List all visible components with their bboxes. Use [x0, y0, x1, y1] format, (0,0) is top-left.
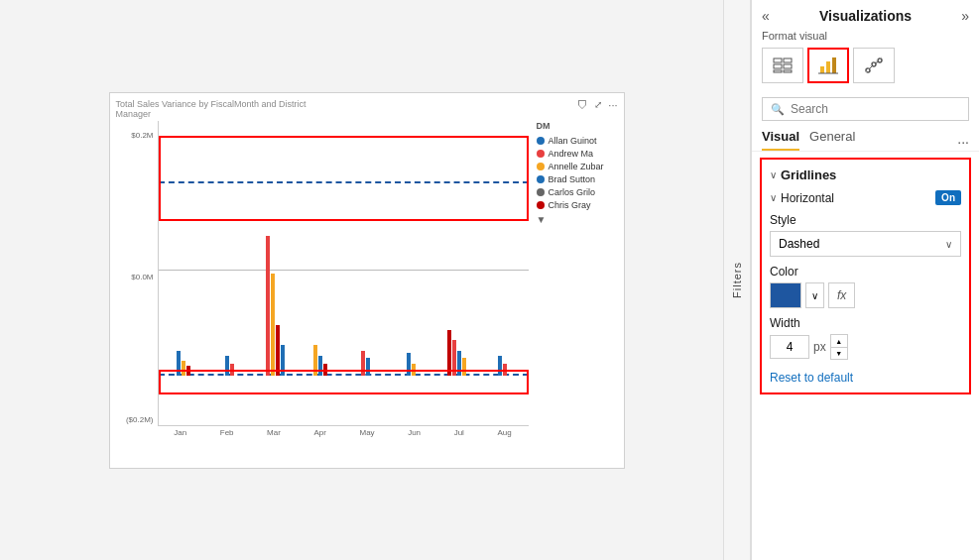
style-label: Style	[770, 213, 961, 227]
visualizations-panel: « Visualizations » Format visual	[751, 0, 979, 560]
y-label-mid: $0.0M	[116, 273, 154, 281]
color-prop: Color ∨ fx	[770, 265, 961, 308]
style-value: Dashed	[779, 237, 819, 251]
dropdown-chevron-icon: ∨	[945, 239, 952, 250]
svg-rect-1	[784, 58, 792, 62]
width-prop: Width px ▲ ▼	[770, 316, 961, 360]
section-header: ∨ Gridlines	[770, 168, 961, 182]
collapse-left-icon[interactable]: «	[762, 8, 770, 24]
svg-rect-0	[774, 58, 782, 62]
toggle-on[interactable]: On	[935, 190, 961, 205]
svg-rect-3	[784, 64, 792, 68]
width-stepper[interactable]: ▲ ▼	[830, 334, 848, 360]
width-unit: px	[813, 340, 826, 354]
y-label-top: $0.2M	[116, 131, 154, 140]
x-label: Feb	[220, 428, 234, 444]
svg-rect-7	[826, 61, 830, 73]
svg-rect-6	[820, 66, 824, 73]
filter-icon[interactable]: ⛉	[577, 99, 588, 111]
bar-chart-format-button[interactable]	[807, 48, 849, 83]
x-label: May	[359, 428, 374, 444]
tabs-more-button[interactable]: ...	[957, 131, 969, 150]
legend-item: Annelle Zubar	[537, 162, 618, 171]
svg-rect-4	[774, 70, 782, 72]
reset-to-default-link[interactable]: Reset to default	[770, 371, 853, 385]
horizontal-title: Horizontal	[781, 191, 834, 205]
panel-title: Visualizations	[770, 8, 961, 24]
expand-right-icon[interactable]: »	[961, 8, 969, 24]
filters-label: Filters	[731, 262, 743, 298]
legend-item: Brad Sutton	[537, 174, 618, 184]
gridlines-title: Gridlines	[781, 168, 836, 182]
y-axis: $0.2M $0.0M ($0.2M)	[116, 121, 158, 444]
gridlines-section: ∨ Gridlines ∨ Horizontal On Style	[760, 158, 971, 394]
chevron-down-icon: ∨	[770, 169, 777, 180]
color-dropdown[interactable]: ∨	[805, 282, 824, 308]
filters-sidebar: Filters	[723, 0, 751, 560]
tab-general[interactable]: General	[809, 129, 855, 151]
horizontal-chevron-icon: ∨	[770, 192, 777, 203]
color-label: Color	[770, 265, 961, 279]
y-label-bot: ($0.2M)	[116, 415, 154, 424]
svg-rect-2	[774, 64, 782, 68]
tab-visual[interactable]: Visual	[762, 129, 799, 151]
chart-area: Total Sales Variance by FiscalMonth and …	[0, 0, 723, 560]
legend-item: Allan Guinot	[537, 136, 618, 146]
chart-legend: DM Allan Guinot Andrew Ma Annelle Zubar	[529, 121, 618, 444]
search-box[interactable]: 🔍	[762, 97, 969, 121]
x-label: Jun	[408, 428, 421, 444]
width-increment[interactable]: ▲	[831, 335, 847, 347]
color-swatch[interactable]	[770, 282, 801, 308]
legend-title: DM	[537, 121, 618, 131]
format-visual-label: Format visual	[762, 30, 969, 42]
x-label: Jul	[454, 428, 464, 444]
search-input[interactable]	[791, 102, 960, 116]
style-prop: Style Dashed ∨	[770, 213, 961, 257]
analytics-button[interactable]	[853, 48, 895, 83]
x-axis: Jan Feb Mar Apr May Jun Jul Aug	[158, 426, 529, 444]
grid-format-button[interactable]	[762, 48, 803, 83]
svg-rect-8	[832, 57, 836, 73]
plot-area	[158, 121, 529, 426]
svg-rect-5	[784, 70, 792, 72]
chart-header: Total Sales Variance by FiscalMonth and …	[116, 99, 618, 119]
legend-item: Andrew Ma	[537, 149, 618, 159]
x-label: Mar	[267, 428, 281, 444]
x-label: Jan	[174, 428, 186, 444]
scroll-down[interactable]: ▼	[537, 214, 618, 225]
style-select[interactable]: Dashed ∨	[770, 231, 961, 257]
horizontal-subsection: ∨ Horizontal On Style Dashed ∨	[770, 190, 961, 385]
width-input[interactable]	[770, 335, 809, 359]
legend-item: Chris Gray	[537, 200, 618, 210]
width-decrement[interactable]: ▼	[831, 347, 847, 359]
search-icon: 🔍	[771, 103, 785, 116]
width-label: Width	[770, 316, 961, 330]
svg-point-12	[878, 58, 882, 62]
more-icon[interactable]: ···	[608, 99, 617, 111]
chart-title: Total Sales Variance by FiscalMonth and …	[116, 99, 334, 119]
x-label: Apr	[313, 428, 325, 444]
fx-button[interactable]: fx	[828, 282, 855, 308]
expand-icon[interactable]: ⤢	[594, 99, 602, 110]
legend-item: Carlos Grilo	[537, 187, 618, 197]
chart-container: Total Sales Variance by FiscalMonth and …	[109, 92, 625, 469]
x-label: Aug	[497, 428, 511, 444]
